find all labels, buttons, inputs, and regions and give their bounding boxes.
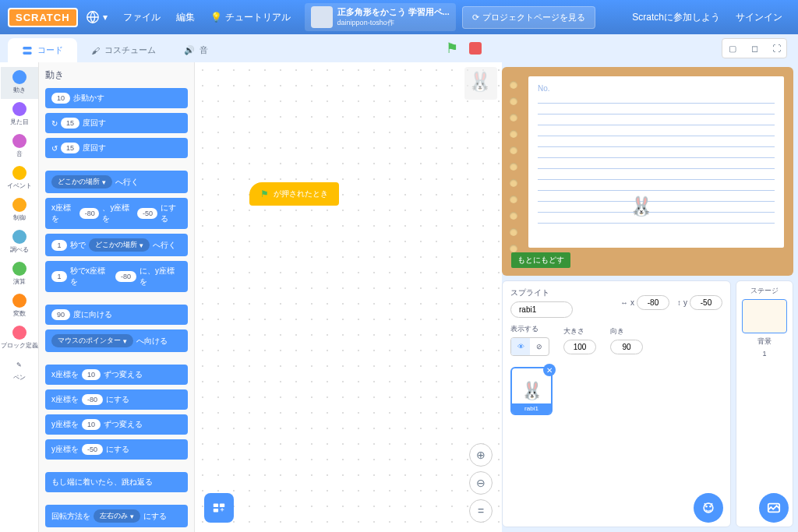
block-point-direction[interactable]: 90度に向ける — [45, 305, 188, 325]
tab-code[interactable]: コード — [8, 38, 77, 62]
svg-rect-3 — [214, 504, 218, 508]
project-title: 正多角形をかこう 学習用ペ... dainippon-tosho作 — [305, 3, 456, 31]
extension-button[interactable] — [204, 493, 234, 523]
stage-paper: No. — [528, 76, 784, 248]
category-motion[interactable]: 動き — [1, 67, 38, 99]
svg-point-10 — [709, 506, 711, 508]
tutorials-menu[interactable]: 💡 チュートリアル — [203, 0, 298, 34]
block-set-y[interactable]: y座標を-50にする — [45, 439, 188, 460]
size-input[interactable] — [563, 340, 596, 354]
block-glide-to[interactable]: 1秒でどこかの場所 ▾へ行く — [45, 234, 188, 256]
sprite-card[interactable]: ✕ 🐰 rabi1 — [510, 367, 553, 415]
category-sound[interactable]: 音 — [1, 131, 38, 163]
block-palette: 動き 10歩動かす ↻15度回す ↺15度回す どこかの場所 ▾へ行く x座標を… — [39, 62, 195, 532]
svg-rect-2 — [23, 51, 31, 55]
stop-button[interactable] — [469, 42, 482, 55]
show-button[interactable]: 👁 — [511, 338, 530, 355]
category-operators[interactable]: 演算 — [1, 259, 38, 291]
signin-button[interactable]: サインイン — [728, 0, 790, 34]
remix-icon: ⟳ — [472, 12, 479, 23]
block-turn-cw[interactable]: ↻15度回す — [45, 113, 188, 133]
scratch-logo[interactable]: SCRATCH — [8, 8, 78, 27]
block-rotation-style[interactable]: 回転方法を左右のみ ▾にする — [45, 505, 188, 527]
flag-icon: ⚑ — [260, 188, 269, 199]
stage-full-button[interactable]: ⛶ — [766, 39, 786, 58]
delete-sprite-button[interactable]: ✕ — [543, 364, 556, 376]
category-pen[interactable]: ✎ペン — [1, 354, 38, 386]
category-sensing[interactable]: 調べる — [1, 227, 38, 259]
tab-sounds[interactable]: 🔊 音 — [170, 38, 222, 62]
x-input[interactable] — [637, 295, 669, 310]
direction-label: 向き — [610, 326, 624, 336]
hide-button[interactable]: ⊘ — [530, 338, 549, 355]
see-project-page-button[interactable]: ⟳ プロジェクトページを見る — [462, 6, 595, 29]
category-variables[interactable]: 変数 — [1, 291, 38, 322]
workspace-block-when-flag[interactable]: ⚑ が押されたとき — [249, 182, 339, 206]
tabs-row: コード 🖌 コスチューム 🔊 音 ⚑ ▢ ◻ ⛶ — [0, 34, 798, 62]
file-menu[interactable]: ファイル — [115, 0, 168, 34]
green-flag-button[interactable]: ⚑ — [446, 40, 458, 57]
project-author: dainippon-tosho作 — [337, 18, 450, 28]
add-backdrop-button[interactable] — [759, 493, 789, 523]
zoom-out-button[interactable]: ⊖ — [469, 471, 493, 495]
x-coord: ↔ x — [620, 295, 669, 310]
y-input[interactable] — [690, 295, 722, 310]
svg-rect-4 — [220, 504, 224, 508]
category-looks[interactable]: 見た目 — [1, 99, 38, 131]
add-sprite-button[interactable] — [694, 493, 723, 523]
reset-button[interactable]: もとにもどす — [511, 252, 570, 268]
sprite-list: ✕ 🐰 rabi1 — [510, 362, 722, 520]
stage-size-controls: ▢ ◻ ⛶ — [722, 38, 787, 58]
show-label: 表示する — [510, 324, 538, 334]
dropdown-icon: ▾ — [103, 12, 108, 23]
block-goto-xy[interactable]: x座標を-80、y座標を-50にする — [45, 198, 188, 229]
sound-icon: 🔊 — [184, 45, 195, 55]
category-events[interactable]: イベント — [1, 163, 38, 195]
sprite-label: スプライト — [510, 287, 549, 298]
svg-rect-1 — [23, 47, 31, 50]
backdrop-count: 1 — [762, 350, 766, 358]
script-workspace[interactable]: ⚑ が押されたとき ⊕ ⊖ = — [195, 62, 502, 532]
block-move-steps[interactable]: 10歩動かす — [45, 88, 188, 108]
size-label: 大きさ — [563, 326, 584, 336]
category-column: 動き 見た目 音 イベント 制御 調べる 演算 変数 ブロック定義 ✎ペン — [0, 62, 39, 532]
category-control[interactable]: 制御 — [1, 195, 38, 227]
stage[interactable]: No. もとにもどす — [502, 67, 793, 276]
stage-sprite[interactable] — [630, 193, 655, 218]
edit-menu[interactable]: 編集 — [168, 0, 203, 34]
stage-label: ステージ — [750, 286, 779, 296]
project-title-text: 正多角形をかこう 学習用ペ... — [337, 6, 450, 18]
sprite-info-panel: スプライト ↔ x ↕ y 表示する 👁 ⊘ 大きさ — [502, 280, 731, 527]
backdrops-label: 背景 — [757, 336, 772, 347]
block-goto[interactable]: どこかの場所 ▾へ行く — [45, 171, 188, 193]
stage-pane: ステージ 背景 1 — [736, 280, 793, 527]
sprite-card-label: rabi1 — [512, 403, 551, 414]
y-coord: ↕ y — [677, 295, 722, 310]
sprite-name-input[interactable] — [510, 301, 573, 318]
sprite-watermark — [464, 67, 497, 100]
palette-header: 動き — [45, 69, 188, 82]
ccw-icon: ↺ — [51, 144, 58, 153]
join-button[interactable]: Scratchに参加しよう — [624, 0, 728, 34]
stage-small-button[interactable]: ▢ — [722, 39, 743, 58]
stage-large-button[interactable]: ◻ — [744, 39, 764, 58]
block-change-y[interactable]: y座標を10ずつ変える — [45, 414, 188, 435]
language-menu[interactable]: ▾ — [78, 0, 115, 34]
lightbulb-icon: 💡 — [210, 12, 222, 23]
tab-costumes[interactable]: 🖌 コスチューム — [77, 38, 170, 62]
zoom-in-button[interactable]: ⊕ — [469, 443, 493, 467]
block-turn-ccw[interactable]: ↺15度回す — [45, 138, 188, 158]
block-change-x[interactable]: x座標を10ずつ変える — [45, 365, 188, 385]
paper-no-label: No. — [538, 84, 775, 93]
direction-input[interactable] — [610, 340, 643, 354]
zoom-reset-button[interactable]: = — [469, 499, 493, 523]
category-myblocks[interactable]: ブロック定義 — [1, 322, 38, 354]
block-bounce[interactable]: もし端に着いたら、跳ね返る — [45, 472, 188, 492]
project-avatar — [311, 6, 333, 28]
block-point-towards[interactable]: マウスのポインター ▾へ向ける — [45, 329, 188, 352]
block-set-x[interactable]: x座標を-80にする — [45, 389, 188, 410]
block-glide-xy[interactable]: 1秒でx座標を-80に、y座標を — [45, 261, 188, 292]
stage-thumbnail[interactable] — [742, 299, 787, 333]
cw-icon: ↻ — [51, 119, 58, 128]
brush-icon: 🖌 — [91, 46, 100, 55]
